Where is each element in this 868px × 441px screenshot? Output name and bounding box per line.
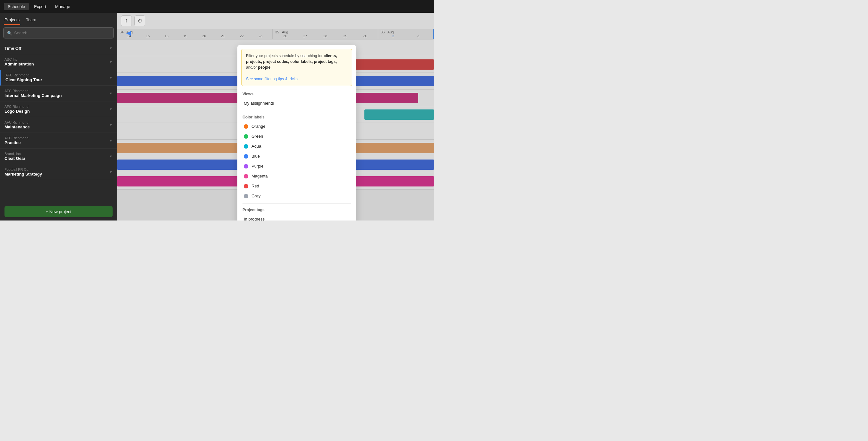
color-aqua[interactable]: Aqua	[243, 141, 351, 151]
new-project-button[interactable]: + New project	[4, 206, 113, 217]
color-blue[interactable]: Blue	[243, 151, 351, 161]
project-item-cleat-signing[interactable]: AFC Richmond Cleat Signing Tour ▼	[0, 70, 117, 86]
color-gray[interactable]: Gray	[243, 191, 351, 201]
views-section: Views My assignments	[237, 89, 356, 110]
bar-logo-design	[364, 110, 434, 120]
calendar-area: ⇑ ⏱ 34 Aug 14 15 16 19 20 21 22 23	[117, 13, 434, 220]
project-item-maintenance[interactable]: AFC Richmond Maintenance ▼	[0, 117, 117, 133]
week-36-header: 36 Aug 2 3	[378, 29, 434, 39]
project-item-time-off[interactable]: Time Off ▼	[0, 42, 117, 54]
day-label: 28	[315, 34, 335, 38]
sidebar-tabs: Projects Team	[0, 13, 117, 25]
top-nav: Schedule Export Manage	[0, 0, 434, 13]
chevron-icon: ▼	[109, 123, 113, 127]
project-name: Cleat Signing Tour	[5, 77, 109, 82]
chevron-icon: ▼	[109, 46, 113, 50]
blue-dot	[244, 154, 248, 158]
project-item-practice[interactable]: AFC Richmond Practice ▼	[0, 133, 117, 149]
color-green[interactable]: Green	[243, 131, 351, 141]
my-assignments-label: My assignments	[244, 101, 274, 106]
aqua-dot	[244, 144, 248, 149]
project-item-cleat-gear[interactable]: Brand, Inc. Cleat Gear ▼	[0, 149, 117, 164]
day-label: 30	[355, 34, 375, 38]
day-label: 3	[406, 34, 431, 38]
chevron-icon: ▼	[109, 107, 113, 111]
gray-dot	[244, 194, 248, 198]
project-name: Marketing Strategy	[4, 172, 109, 177]
clock-button[interactable]: ⏱	[134, 16, 145, 26]
color-magenta[interactable]: Magenta	[243, 171, 351, 181]
color-labels-section: Color labels Orange Green Aqua Blue	[237, 112, 356, 203]
week-36-days: 2 3	[381, 34, 431, 38]
project-list: Time Off ▼ ABC Inc. Administration ▼ AFC…	[0, 41, 117, 203]
chevron-icon: ▼	[109, 154, 113, 158]
green-dot	[244, 134, 248, 139]
search-container: 🔍 ◀	[3, 27, 114, 38]
tab-team[interactable]: Team	[25, 16, 37, 25]
red-dot	[244, 184, 248, 188]
project-client: AFC Richmond	[4, 89, 109, 93]
filter-hint-box: Filter your projects schedule by searchi…	[241, 49, 352, 86]
project-item-internal-marketing[interactable]: AFC Richmond Internal Marketing Campaign…	[0, 86, 117, 101]
project-item-marketing-strategy[interactable]: Football PR Co. Marketing Strategy ▼	[0, 164, 117, 180]
week-34-label: 34 Aug	[120, 30, 270, 34]
project-client: AFC Richmond	[4, 120, 109, 124]
scroll-up-button[interactable]: ⇑	[121, 16, 132, 26]
project-name: Practice	[4, 140, 109, 145]
day-label: 21	[214, 34, 232, 38]
project-client: ABC Inc.	[4, 57, 109, 61]
nav-schedule[interactable]: Schedule	[4, 3, 29, 10]
clock-icon: ⏱	[137, 18, 142, 23]
day-label: 16	[157, 34, 176, 38]
calendar-header: 34 Aug 14 15 16 19 20 21 22 23 35 Aug 26…	[117, 29, 434, 39]
tag-in-progress[interactable]: In progress	[243, 214, 351, 220]
color-purple[interactable]: Purple	[243, 161, 351, 171]
filter-dropdown: Filter your projects schedule by searchi…	[237, 45, 356, 220]
my-assignments-item[interactable]: My assignments	[243, 98, 351, 108]
project-tags-label: Project tags	[243, 208, 351, 212]
filter-tips-link[interactable]: See some filtering tips & tricks	[246, 77, 298, 81]
magenta-label: Magenta	[251, 174, 268, 178]
main-layout: Projects Team 🔍 ◀ Time Off ▼ ABC Inc. Ad…	[0, 13, 434, 220]
week-35-label: 35 Aug	[275, 30, 375, 34]
nav-manage[interactable]: Manage	[51, 3, 74, 10]
project-item-administration[interactable]: ABC Inc. Administration ▼	[0, 54, 117, 70]
day-label: 22	[232, 34, 251, 38]
week-36-label: 36 Aug	[381, 30, 431, 34]
blue-label: Blue	[251, 154, 260, 158]
aqua-label: Aqua	[251, 144, 261, 149]
gray-label: Gray	[251, 194, 260, 198]
search-icon: 🔍	[7, 30, 12, 35]
chevron-icon: ▼	[109, 170, 113, 174]
day-label: 29	[335, 34, 355, 38]
divider-1	[243, 111, 351, 111]
search-input[interactable]	[4, 28, 113, 38]
tab-projects[interactable]: Projects	[4, 16, 20, 25]
project-name: Logo Design	[4, 109, 109, 114]
project-client: AFC Richmond	[4, 105, 109, 109]
magenta-dot	[244, 174, 248, 178]
color-orange[interactable]: Orange	[243, 121, 351, 131]
color-red[interactable]: Red	[243, 181, 351, 191]
chevron-icon: ▼	[109, 91, 113, 95]
nav-export[interactable]: Export	[30, 3, 50, 10]
purple-dot	[244, 164, 248, 169]
chevron-icon: ▼	[109, 76, 113, 80]
chevron-icon: ▼	[109, 60, 113, 64]
week-35-days: 26 27 28 29 30	[275, 34, 375, 38]
project-client: Brand, Inc.	[4, 152, 109, 156]
project-name: Internal Marketing Campaign	[4, 93, 109, 98]
green-label: Green	[251, 134, 263, 139]
project-item-logo-design[interactable]: AFC Richmond Logo Design ▼	[0, 101, 117, 117]
day-label: 26	[275, 34, 295, 38]
project-client: AFC Richmond	[5, 73, 109, 77]
project-name: Cleat Gear	[4, 156, 109, 161]
red-label: Red	[251, 184, 259, 188]
calendar-toolbar: ⇑ ⏱	[117, 13, 434, 29]
week-34-header: 34 Aug 14 15 16 19 20 21 22 23	[117, 29, 273, 39]
views-section-label: Views	[243, 92, 351, 96]
day-label: 27	[295, 34, 315, 38]
week-34-days: 14 15 16 19 20 21 22 23	[120, 34, 270, 38]
chevron-double-up-icon: ⇑	[124, 18, 128, 23]
project-client: Football PR Co.	[4, 168, 109, 171]
